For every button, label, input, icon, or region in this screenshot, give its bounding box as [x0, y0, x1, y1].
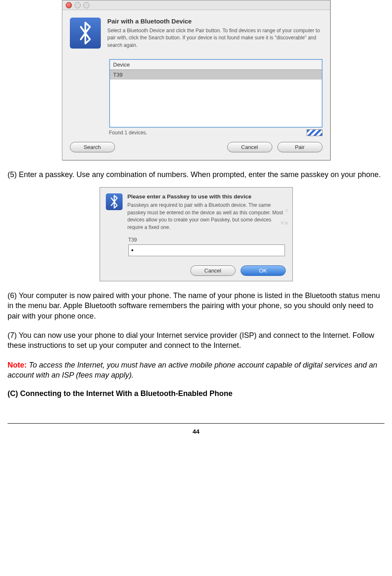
- found-devices-label: Found 1 devices.: [109, 130, 147, 136]
- window-controls: [66, 2, 90, 8]
- section-c-heading: (C) Connecting to the Internet With a Bl…: [8, 389, 384, 398]
- passkey-input-value: •: [131, 247, 134, 254]
- dialog-description: Select a Bluetooth Device and click the …: [108, 27, 323, 49]
- step-6-text: (6) Your computer is now paired with you…: [8, 291, 384, 321]
- passkey-input[interactable]: •: [128, 244, 285, 256]
- dialog-title: Pair with a Bluetooth Device: [108, 18, 323, 25]
- progress-indicator-icon: [307, 129, 323, 136]
- passkey-dialog-title: Please enter a Passkey to use with this …: [128, 193, 287, 200]
- ghost-text: it is: [281, 220, 288, 225]
- bluetooth-icon: [106, 193, 123, 210]
- bluetooth-icon: [70, 18, 101, 49]
- pair-dialog: Pair with a Bluetooth Device Select a Bl…: [62, 0, 331, 160]
- pair-button[interactable]: Pair: [277, 142, 323, 152]
- passkey-dialog: Please enter a Passkey to use with this …: [100, 187, 293, 281]
- cancel-button[interactable]: Cancel: [227, 142, 272, 152]
- footer-divider: [8, 423, 384, 424]
- dialog-titlebar: [62, 0, 330, 10]
- device-list-header: Device: [110, 60, 322, 70]
- device-list[interactable]: Device T39: [109, 59, 323, 128]
- passkey-dialog-description: Passkeys are required to pair with a Blu…: [128, 202, 287, 231]
- ghost-text: c: [286, 208, 288, 213]
- minimize-icon[interactable]: [74, 2, 81, 8]
- step-7-text: (7) You can now use your phone to dial y…: [8, 330, 384, 351]
- passkey-ok-button[interactable]: OK: [241, 265, 286, 276]
- search-button[interactable]: Search: [70, 142, 115, 152]
- passkey-device-name: T39: [128, 237, 292, 243]
- device-list-row[interactable]: T39: [110, 70, 322, 80]
- note-text: To access the Internet, you must have an…: [8, 361, 377, 379]
- note-label: Note:: [8, 361, 27, 369]
- passkey-cancel-button[interactable]: Cancel: [190, 265, 236, 276]
- step-5-text: (5) Enter a passkey. Use any combination…: [8, 170, 384, 180]
- zoom-icon[interactable]: [83, 2, 90, 8]
- close-icon[interactable]: [66, 2, 72, 8]
- page-number: 44: [8, 428, 384, 435]
